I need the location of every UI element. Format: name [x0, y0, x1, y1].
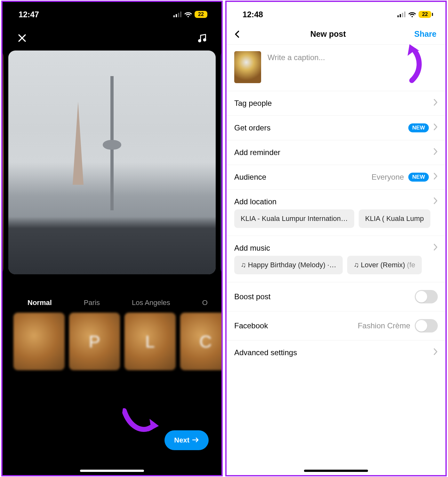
- row-add-location[interactable]: Add location: [227, 190, 445, 209]
- row-label: Get orders: [234, 123, 270, 132]
- music-icon[interactable]: [196, 33, 207, 43]
- home-indicator[interactable]: [80, 470, 144, 472]
- svg-point-5: [204, 39, 206, 41]
- filter-los-angeles[interactable]: Los Angeles: [132, 299, 170, 307]
- new-post-screen: 12:48 22 New post Share Write a: [225, 1, 447, 476]
- battery-icon: 22: [195, 11, 207, 18]
- filter-o[interactable]: O: [202, 299, 208, 307]
- row-add-music[interactable]: Add music: [227, 236, 445, 256]
- cell-signal-icon: [397, 12, 406, 17]
- chevron-right-icon: [433, 148, 438, 157]
- row-label: Boost post: [234, 292, 270, 301]
- caption-input[interactable]: Write a caption...: [268, 51, 325, 83]
- annotation-arrow-icon: [119, 404, 161, 442]
- filter-screen: 12:47 22: [1, 1, 223, 476]
- status-bar: 12:48 22: [227, 2, 445, 21]
- svg-rect-0: [173, 15, 175, 17]
- status-icons: 22: [173, 11, 207, 18]
- next-button-label: Next: [174, 436, 189, 444]
- location-chip[interactable]: KLIA ( Kuala Lump: [359, 209, 430, 228]
- music-chips: ♫ Happy Birthday (Melody) ·… ♫ Lover (Re…: [227, 256, 447, 282]
- arrow-right-icon: [192, 436, 199, 444]
- wifi-icon: [408, 12, 416, 17]
- share-button[interactable]: Share: [414, 29, 436, 39]
- row-label: Tag people: [234, 99, 272, 108]
- new-badge: NEW: [408, 123, 429, 132]
- filter-thumb[interactable]: [13, 313, 65, 370]
- nav-bar: New post Share: [227, 21, 445, 45]
- battery-icon: 22: [419, 11, 431, 18]
- filter-names: Normal Paris Los Angeles O: [3, 274, 221, 313]
- chevron-right-icon: [433, 123, 438, 132]
- filter-paris[interactable]: Paris: [84, 299, 100, 307]
- status-icons: 22: [397, 11, 431, 18]
- image-preview-carousel[interactable]: [1, 51, 223, 274]
- row-label: Add music: [234, 244, 270, 253]
- chevron-right-icon: [433, 244, 438, 253]
- cell-signal-icon: [173, 12, 182, 17]
- svg-rect-7: [400, 14, 401, 17]
- svg-rect-2: [178, 13, 179, 17]
- tower-shape: [110, 76, 114, 210]
- music-chip[interactable]: ♫ Lover (Remix) (fe: [347, 256, 422, 274]
- music-chip-muted: (fe: [405, 261, 415, 269]
- new-badge: NEW: [408, 173, 429, 182]
- wifi-icon: [184, 12, 192, 17]
- row-add-reminder[interactable]: Add reminder: [227, 140, 445, 165]
- chevron-right-icon: [433, 173, 438, 182]
- location-chip[interactable]: KLIA - Kuala Lumpur Internation…: [234, 209, 354, 228]
- close-icon[interactable]: [17, 33, 28, 43]
- next-image-peek[interactable]: [220, 51, 223, 274]
- row-audience[interactable]: Audience Everyone NEW: [227, 165, 445, 190]
- main-image-preview[interactable]: [8, 51, 216, 274]
- tower-shape: [73, 102, 84, 185]
- facebook-value: Fashion Crème: [358, 321, 410, 330]
- svg-rect-9: [404, 12, 405, 17]
- status-time: 12:47: [19, 10, 39, 19]
- row-facebook[interactable]: Facebook Fashion Crème: [227, 311, 445, 340]
- svg-rect-8: [402, 13, 403, 17]
- row-label: Audience: [234, 173, 266, 182]
- music-chip-label: Happy Birthday (Melody) ·…: [248, 261, 336, 269]
- chevron-right-icon: [433, 99, 438, 108]
- music-note-icon: ♫: [241, 261, 246, 269]
- audience-value: Everyone: [372, 173, 404, 182]
- row-advanced-settings[interactable]: Advanced settings: [227, 340, 445, 365]
- filter-normal[interactable]: Normal: [28, 299, 52, 307]
- row-label: Advanced settings: [234, 348, 297, 357]
- status-bar: 12:47 22: [3, 2, 221, 21]
- status-time: 12:48: [243, 10, 263, 19]
- page-title: New post: [310, 29, 346, 39]
- music-chip[interactable]: ♫ Happy Birthday (Melody) ·…: [234, 256, 343, 274]
- filter-thumb[interactable]: C: [180, 313, 223, 370]
- facebook-toggle[interactable]: [415, 319, 438, 332]
- music-chip-label: Lover (Remix): [361, 261, 405, 269]
- filter-thumb[interactable]: L: [124, 313, 176, 370]
- music-note-icon: ♫: [354, 261, 359, 269]
- boost-toggle[interactable]: [415, 290, 438, 303]
- svg-point-4: [198, 40, 201, 42]
- row-tag-people[interactable]: Tag people: [227, 91, 445, 116]
- next-button[interactable]: Next: [164, 430, 209, 450]
- svg-rect-3: [180, 12, 181, 17]
- row-label: Facebook: [234, 321, 268, 330]
- row-get-orders[interactable]: Get orders NEW: [227, 116, 445, 140]
- svg-rect-6: [397, 15, 399, 17]
- chevron-right-icon: [433, 197, 438, 206]
- back-button[interactable]: [233, 30, 242, 39]
- prev-image-peek[interactable]: [1, 51, 4, 274]
- post-thumbnail[interactable]: [234, 51, 261, 83]
- svg-rect-1: [176, 14, 177, 17]
- filter-thumbnails: P L C: [3, 313, 223, 370]
- buildings-shape: [8, 217, 216, 274]
- editor-top-bar: [3, 21, 221, 50]
- filter-thumb[interactable]: P: [69, 313, 120, 370]
- location-chips: KLIA - Kuala Lumpur Internation… KLIA ( …: [227, 209, 447, 236]
- row-label: Add reminder: [234, 148, 280, 157]
- chevron-right-icon: [433, 348, 438, 357]
- home-indicator[interactable]: [304, 470, 368, 472]
- row-boost-post[interactable]: Boost post: [227, 282, 445, 311]
- row-label: Add location: [234, 197, 276, 206]
